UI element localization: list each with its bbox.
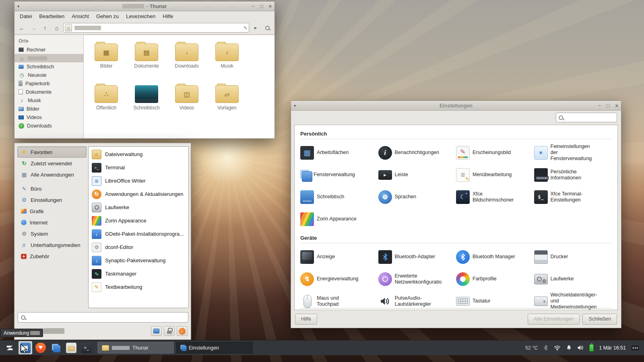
thunar-menu-datei[interactable]: Datei bbox=[16, 12, 35, 21]
settings-item-fensterverwaltung[interactable]: Fensterverwaltung bbox=[300, 164, 378, 186]
sidebar-item-papierkorb[interactable]: Papierkorb bbox=[14, 79, 83, 88]
thunar-titlebar[interactable]: ▾ - Thunar bbox=[14, 2, 275, 11]
folder-videos[interactable]: ◫Videos bbox=[168, 83, 205, 125]
folder-downloads[interactable]: ↓Downloads bbox=[168, 41, 205, 83]
app-item-terminal[interactable]: Terminal bbox=[89, 161, 188, 174]
battery-icon[interactable] bbox=[589, 344, 594, 352]
category-unterhaltungsmedien[interactable]: Unterhaltungsmedien bbox=[17, 239, 87, 251]
app-item-dateiverwaltung[interactable]: Dateiverwaltung bbox=[89, 148, 188, 161]
category-system[interactable]: System bbox=[17, 228, 87, 239]
notifications-icon[interactable] bbox=[566, 345, 572, 351]
settings-item-persönliche-informationen[interactable]: 1829102Persönliche Informationen bbox=[534, 164, 612, 186]
close-icon[interactable] bbox=[268, 4, 272, 9]
back-icon[interactable] bbox=[17, 23, 27, 33]
search-icon[interactable] bbox=[262, 23, 272, 33]
category-favoriten[interactable]: Favoriten bbox=[17, 146, 87, 158]
app-search-input[interactable] bbox=[28, 315, 186, 321]
bluetooth-icon[interactable] bbox=[543, 345, 549, 351]
thunar-menu-ansicht[interactable]: Ansicht bbox=[68, 12, 93, 21]
app-item-gdebi-paket-installationsprogra[interactable]: GDebi-Paket-Installationsprogra... bbox=[89, 227, 188, 241]
category-grafik[interactable]: Grafik bbox=[17, 206, 87, 217]
settings-search-field[interactable] bbox=[556, 113, 617, 122]
settings-item-menübearbeitung[interactable]: Menübearbeitung bbox=[456, 164, 534, 186]
settings-search-input[interactable] bbox=[566, 115, 615, 121]
settings-item-anzeige[interactable]: Anzeige bbox=[300, 246, 378, 268]
close-button[interactable]: Schließen bbox=[582, 314, 617, 325]
minimize-icon[interactable] bbox=[599, 103, 601, 108]
maximize-icon[interactable] bbox=[606, 103, 610, 108]
settings-item-bluetooth-adapter[interactable]: Bluetooth-Adapter bbox=[378, 246, 456, 268]
settings-item-bluetooth-manager[interactable]: Bluetooth Manager bbox=[456, 246, 534, 268]
folder-vorlagen[interactable]: ▱Vorlagen bbox=[208, 83, 246, 125]
folder-bilder[interactable]: ▦Bilder bbox=[88, 41, 125, 83]
thunar-menu-lesezeichen[interactable]: Lesezeichen bbox=[122, 12, 159, 21]
folder-öffentlich[interactable]: ∴Öffentlich bbox=[88, 83, 125, 125]
edit-path-icon[interactable] bbox=[244, 25, 248, 31]
settings-item-laufwerke[interactable]: Laufwerke bbox=[534, 268, 612, 290]
settings-item-feineinstellungen-der-fensterverwaltung[interactable]: Feineinstellungen der Fensterverwaltung bbox=[534, 142, 612, 164]
thunar-menu-gehen-zu[interactable]: Gehen zu bbox=[93, 12, 122, 21]
app-item-taskmanager[interactable]: Taskmanager bbox=[89, 267, 188, 280]
settings-item-schreibtisch[interactable]: Schreibtisch bbox=[300, 186, 378, 208]
sidebar-item-videos[interactable]: Videos bbox=[14, 113, 83, 121]
sidebar-item-dokumente[interactable]: Dokumente bbox=[14, 88, 83, 96]
app-item-anwendungen-aktualisierungen[interactable]: Anwendungen & Aktualisierungen bbox=[89, 187, 188, 201]
help-button[interactable]: Hilfe bbox=[295, 314, 317, 325]
task-thunar[interactable]: Thunar bbox=[97, 342, 174, 354]
sidebar-item-home[interactable] bbox=[14, 54, 83, 62]
folder-dokumente[interactable]: ▤Dokumente bbox=[128, 41, 165, 83]
terminal-button[interactable] bbox=[80, 341, 93, 354]
close-icon[interactable] bbox=[615, 103, 618, 108]
sidebar-item-bilder[interactable]: Bilder bbox=[14, 105, 83, 113]
category-büro[interactable]: Büro bbox=[17, 183, 87, 194]
app-item-dconf-editor[interactable]: dconf-Editor bbox=[89, 241, 188, 254]
settings-item-maus-und-touchpad[interactable]: Maus und Touchpad bbox=[300, 290, 378, 310]
settings-item-benachrichtigungen[interactable]: Benachrichtigungen bbox=[378, 142, 456, 164]
sidebar-item-musik[interactable]: Musik bbox=[14, 96, 83, 105]
app-item-libreoffice-writer[interactable]: LibreOffice Writer bbox=[89, 174, 188, 187]
minimize-icon[interactable] bbox=[252, 4, 254, 9]
folder-musik[interactable]: ♪Musik bbox=[208, 41, 246, 83]
files-button[interactable] bbox=[64, 341, 78, 354]
thunar-menu-bearbeiten[interactable]: Bearbeiten bbox=[35, 12, 68, 21]
app-item-zorin-appearance[interactable]: Zorin Appearance bbox=[89, 214, 188, 227]
category-internet[interactable]: Internet bbox=[17, 217, 87, 228]
task-einstellungen[interactable]: Einstellungen bbox=[176, 342, 253, 354]
app-item-laufwerke[interactable]: Laufwerke bbox=[89, 201, 188, 214]
lock-screen-button[interactable] bbox=[164, 326, 175, 336]
settings-item-energieverwaltung[interactable]: Energieverwaltung bbox=[300, 268, 378, 290]
settings-item-wechseldatenträger-und-medieneinstellungen[interactable]: Wechseldatenträger- und Medieneinstellun… bbox=[534, 290, 612, 310]
temperature-indicator[interactable]: 52 °C bbox=[525, 345, 538, 351]
settings-launcher-button[interactable] bbox=[49, 341, 63, 354]
home-icon[interactable] bbox=[52, 23, 62, 33]
software-center-button[interactable] bbox=[19, 341, 32, 354]
window-menu-icon[interactable]: ▾ bbox=[294, 103, 296, 108]
settings-titlebar[interactable]: ▾ Einstellungen bbox=[291, 101, 621, 111]
settings-item-farbprofile[interactable]: Farbprofile bbox=[456, 268, 534, 290]
forward-icon[interactable] bbox=[28, 23, 39, 33]
path-home-icon[interactable] bbox=[65, 24, 72, 31]
up-icon[interactable] bbox=[40, 23, 50, 33]
settings-item-erweiterte-netzwerkkonfiguratio[interactable]: Erweiterte Netzwerkkonfiguratio bbox=[378, 268, 456, 290]
app-search-field[interactable] bbox=[18, 312, 188, 323]
logout-button[interactable] bbox=[177, 326, 188, 336]
sidebar-item-rechner[interactable]: Rechner bbox=[14, 45, 83, 54]
settings-item-arbeitsflächen[interactable]: Arbeitsflächen bbox=[300, 142, 378, 164]
category-einstellungen[interactable]: Einstellungen bbox=[17, 194, 87, 206]
settings-item-zorin-appearance[interactable]: Zorin Appearance bbox=[300, 208, 378, 230]
sidebar-item-schreibtisch[interactable]: Schreibtisch bbox=[14, 62, 83, 71]
settings-item-tastatur[interactable]: Tastatur bbox=[456, 290, 534, 310]
app-item-textbearbeitung[interactable]: Textbearbeitung bbox=[89, 280, 188, 294]
zorin-menu-button[interactable] bbox=[2, 340, 17, 355]
maximize-icon[interactable] bbox=[260, 4, 263, 9]
expand-icon[interactable] bbox=[250, 23, 261, 33]
app-item-synaptic-paketverwaltung[interactable]: Synaptic-Paketverwaltung bbox=[89, 254, 188, 267]
settings-item-xfce-terminal-einstellungen[interactable]: Xfce Terminal- Einstellungen bbox=[534, 186, 612, 208]
keyboard-layout-icon[interactable] bbox=[631, 345, 639, 351]
settings-item-xfce-bildschirmschoner[interactable]: Xfce Bildschirmschoner bbox=[456, 186, 534, 208]
thunar-menu-hilfe[interactable]: Hilfe bbox=[159, 12, 177, 21]
volume-icon[interactable] bbox=[577, 345, 584, 351]
settings-item-leiste[interactable]: Leiste bbox=[378, 164, 456, 186]
settings-shortcut-button[interactable] bbox=[151, 326, 162, 336]
window-menu-icon[interactable]: ▾ bbox=[17, 4, 19, 8]
